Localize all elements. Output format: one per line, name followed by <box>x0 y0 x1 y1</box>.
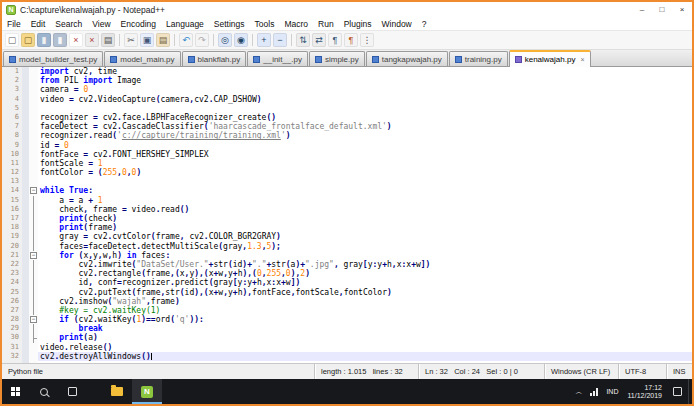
status-insert-mode[interactable]: INS <box>666 364 692 379</box>
bookmark-margin[interactable] <box>22 159 29 168</box>
bookmark-margin[interactable] <box>22 288 29 297</box>
bookmark-margin[interactable] <box>22 104 29 113</box>
print-icon[interactable]: ▤ <box>101 33 115 47</box>
bookmark-margin[interactable] <box>22 177 29 186</box>
code-line[interactable]: id = 0 <box>38 141 692 150</box>
code-line[interactable]: id, conf=recognizer.predict(gray[y:y+h,x… <box>38 278 692 287</box>
bookmark-margin[interactable] <box>22 352 29 361</box>
menu-plugins[interactable]: Plugins <box>339 19 377 29</box>
menu-file[interactable]: File <box>2 19 26 29</box>
code-line[interactable]: cv2.imwrite("DataSet/User."+str(id)+"."+… <box>38 260 692 269</box>
status-eol[interactable]: Windows (CR LF) <box>544 364 618 379</box>
sync-vertical-icon[interactable]: ⇅ <box>296 33 310 47</box>
fold-collapse-icon[interactable]: − <box>29 186 38 195</box>
code-line[interactable]: cv2.putText(frame,str(id),(x+w,y+h),font… <box>38 288 692 297</box>
menu-help[interactable]: ? <box>417 19 432 29</box>
save-all-icon[interactable]: ▮ <box>53 33 67 47</box>
zoom-out-icon[interactable]: − <box>273 33 287 47</box>
tab-__init__[interactable]: __init__.py <box>247 51 308 66</box>
menu-settings[interactable]: Settings <box>209 19 250 29</box>
indent-guide-icon[interactable]: ⋮ <box>360 33 374 47</box>
bookmark-margin[interactable] <box>22 196 29 205</box>
code-line[interactable]: #key = cv2.waitKey(1) <box>38 306 692 315</box>
tab-tangkapwajah[interactable]: tangkapwajah.py <box>366 51 448 66</box>
tab-simple[interactable]: simple.py <box>309 51 365 66</box>
bookmark-margin[interactable] <box>22 223 29 232</box>
show-all-characters-icon[interactable]: ¶ <box>344 33 358 47</box>
bookmark-margin[interactable] <box>22 168 29 177</box>
redo-icon[interactable]: ↷ <box>195 33 209 47</box>
tab-blankflah[interactable]: blankflah.py <box>182 51 247 66</box>
bookmark-margin[interactable] <box>22 67 29 76</box>
copy-icon[interactable]: ▣ <box>140 33 154 47</box>
bookmark-margin[interactable] <box>22 315 29 324</box>
close-button[interactable]: × <box>672 2 692 17</box>
bookmark-margin[interactable] <box>22 85 29 94</box>
bookmark-margin[interactable] <box>22 251 29 260</box>
menu-window[interactable]: Window <box>377 19 417 29</box>
menu-run[interactable]: Run <box>313 19 339 29</box>
code-line[interactable]: recognizer.read('c://capture/training/tr… <box>38 131 692 140</box>
code-line[interactable]: video = cv2.VideoCapture(camera,cv2.CAP_… <box>38 95 692 104</box>
close-tab-icon[interactable]: × <box>580 56 584 63</box>
start-button[interactable] <box>2 379 30 404</box>
minimize-button[interactable]: – <box>632 2 652 17</box>
show-desktop-button[interactable] <box>688 379 692 404</box>
find-icon[interactable]: ◎ <box>218 33 232 47</box>
taskbar-file-explorer[interactable] <box>102 379 132 404</box>
bookmark-margin[interactable] <box>22 150 29 159</box>
code-line[interactable]: check, frame = video.read() <box>38 205 692 214</box>
code-line[interactable]: while True: <box>38 186 692 195</box>
menu-search[interactable]: Search <box>50 19 87 29</box>
fold-collapse-icon[interactable]: − <box>29 315 38 324</box>
tray-clock[interactable]: 17:12 11/12/2019 <box>622 384 667 400</box>
code-line[interactable]: cv2.destroyAllWindows() <box>38 352 692 361</box>
word-wrap-icon[interactable]: ¶ <box>328 33 342 47</box>
bookmark-margin[interactable] <box>22 214 29 223</box>
menu-encoding[interactable]: Encoding <box>116 19 161 29</box>
close-icon[interactable]: × <box>69 33 83 47</box>
code-line[interactable]: video.release() <box>38 343 692 352</box>
menu-view[interactable]: View <box>87 19 115 29</box>
save-icon[interactable]: ▮ <box>37 33 51 47</box>
new-file-icon[interactable]: ▢ <box>5 33 19 47</box>
undo-icon[interactable]: ↶ <box>179 33 193 47</box>
code-line[interactable] <box>38 177 692 186</box>
code-line[interactable]: faceDetect = cv2.CascadeClassifier('haar… <box>38 122 692 131</box>
menu-tools[interactable]: Tools <box>250 19 280 29</box>
paste-icon[interactable]: ▤ <box>156 33 170 47</box>
tray-chevron-icon[interactable]: ︿ <box>571 379 586 404</box>
tab-kenalwajah[interactable]: kenalwajah.py× <box>509 50 591 67</box>
bookmark-margin[interactable] <box>22 122 29 131</box>
code-line[interactable]: faces=faceDetect.detectMultiScale(gray,1… <box>38 242 692 251</box>
bookmark-margin[interactable] <box>22 333 29 342</box>
tab-training[interactable]: training.py <box>449 51 508 66</box>
search-button[interactable] <box>30 379 58 404</box>
code-line[interactable]: print(frame) <box>38 223 692 232</box>
tab-model_main[interactable]: model_main.py <box>104 51 180 66</box>
taskbar-notepadpp[interactable]: N <box>132 379 162 404</box>
tray-network-icon[interactable] <box>586 379 602 404</box>
code-line[interactable]: for (x,y,w,h) in faces: <box>38 251 692 260</box>
bookmark-margin[interactable] <box>22 131 29 140</box>
editor[interactable]: 1import cv2, time2from PIL import Image3… <box>2 67 692 363</box>
task-view-button[interactable] <box>58 379 86 404</box>
fold-collapse-icon[interactable]: − <box>29 251 38 260</box>
bookmark-margin[interactable] <box>22 141 29 150</box>
status-encoding[interactable]: UTF-8 <box>618 364 666 379</box>
bookmark-margin[interactable] <box>22 269 29 278</box>
bookmark-margin[interactable] <box>22 186 29 195</box>
bookmark-margin[interactable] <box>22 95 29 104</box>
bookmark-margin[interactable] <box>22 76 29 85</box>
code-line[interactable]: print(check) <box>38 214 692 223</box>
code-line[interactable]: gray = cv2.cvtColor(frame, cv2.COLOR_BGR… <box>38 232 692 241</box>
code-line[interactable]: fontFace = cv2.FONT_HERSHEY_SIMPLEX <box>38 150 692 159</box>
sync-horizontal-icon[interactable]: ⇄ <box>312 33 326 47</box>
code-line[interactable]: if (cv2.waitKey(1)==ord('q')): <box>38 315 692 324</box>
code-line[interactable]: print(a) <box>38 333 692 342</box>
bookmark-margin[interactable] <box>22 232 29 241</box>
bookmark-margin[interactable] <box>22 306 29 315</box>
bookmark-margin[interactable] <box>22 242 29 251</box>
bookmark-margin[interactable] <box>22 205 29 214</box>
code-line[interactable]: cv2.rectangle(frame,(x,y),(x+w,y+h),(0,2… <box>38 269 692 278</box>
